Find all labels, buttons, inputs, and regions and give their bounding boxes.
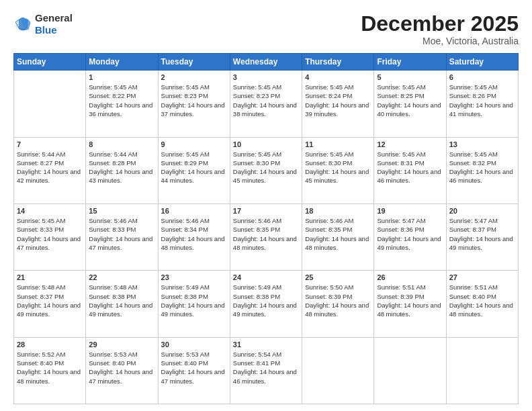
- day-number: 28: [17, 340, 83, 349]
- cell-sunset: Sunset: 8:26 PM: [449, 92, 496, 99]
- day-number: 13: [449, 140, 515, 148]
- calendar-cell: 8 Sunrise: 5:44 AM Sunset: 8:28 PM Dayli…: [86, 137, 158, 203]
- cell-sunset: Sunset: 8:23 PM: [233, 92, 280, 99]
- day-number: 18: [305, 207, 371, 215]
- cell-sunset: Sunset: 8:37 PM: [449, 226, 496, 233]
- cell-sunrise: Sunrise: 5:45 AM: [233, 150, 281, 158]
- cell-sunrise: Sunrise: 5:47 AM: [377, 217, 425, 224]
- cell-sunset: Sunset: 8:27 PM: [17, 159, 64, 167]
- day-number: 5: [377, 73, 443, 81]
- cell-sunrise: Sunrise: 5:45 AM: [377, 83, 425, 91]
- day-number: 7: [17, 140, 83, 148]
- calendar-week-row: 14 Sunrise: 5:45 AM Sunset: 8:33 PM Dayl…: [14, 203, 519, 270]
- cell-sunrise: Sunrise: 5:52 AM: [17, 351, 65, 358]
- cell-daylight: Daylight: 14 hours and 49 minutes.: [449, 235, 513, 251]
- cell-daylight: Daylight: 14 hours and 47 minutes.: [89, 235, 152, 251]
- cell-sunrise: Sunrise: 5:44 AM: [17, 150, 65, 158]
- cell-daylight: Daylight: 14 hours and 45 minutes.: [233, 168, 297, 184]
- cell-daylight: Daylight: 14 hours and 47 minutes.: [89, 368, 152, 384]
- cell-sunset: Sunset: 8:38 PM: [161, 293, 208, 300]
- cell-sunrise: Sunrise: 5:53 AM: [161, 351, 210, 358]
- cell-sunrise: Sunrise: 5:45 AM: [161, 150, 210, 158]
- logo-icon: [13, 15, 32, 34]
- cell-daylight: Daylight: 14 hours and 46 minutes.: [377, 168, 441, 184]
- day-number: 26: [377, 273, 443, 281]
- day-number: 17: [233, 207, 299, 215]
- cell-daylight: Daylight: 14 hours and 36 minutes.: [89, 101, 152, 118]
- calendar-day-header: Monday: [86, 54, 158, 71]
- day-number: 14: [17, 207, 83, 215]
- cell-sunrise: Sunrise: 5:45 AM: [305, 150, 353, 158]
- cell-sunrise: Sunrise: 5:46 AM: [89, 217, 137, 224]
- cell-sunset: Sunset: 8:39 PM: [305, 293, 352, 300]
- calendar-day-header: Wednesday: [230, 54, 302, 71]
- calendar-table: SundayMondayTuesdayWednesdayThursdayFrid…: [13, 53, 519, 404]
- cell-sunset: Sunset: 8:39 PM: [377, 293, 424, 300]
- calendar-cell: [14, 71, 86, 137]
- cell-sunrise: Sunrise: 5:49 AM: [233, 283, 281, 291]
- cell-daylight: Daylight: 14 hours and 48 minutes.: [449, 302, 513, 318]
- calendar-cell: 31 Sunrise: 5:54 AM Sunset: 8:41 PM Dayl…: [230, 337, 302, 404]
- cell-sunrise: Sunrise: 5:45 AM: [233, 83, 281, 91]
- cell-sunset: Sunset: 8:40 PM: [449, 293, 496, 300]
- calendar-cell: 28 Sunrise: 5:52 AM Sunset: 8:40 PM Dayl…: [14, 337, 86, 404]
- cell-daylight: Daylight: 14 hours and 49 minutes.: [17, 302, 81, 318]
- cell-sunset: Sunset: 8:35 PM: [233, 226, 280, 233]
- cell-sunrise: Sunrise: 5:47 AM: [449, 217, 498, 224]
- calendar-cell: 21 Sunrise: 5:48 AM Sunset: 8:37 PM Dayl…: [14, 271, 86, 337]
- cell-sunset: Sunset: 8:22 PM: [89, 92, 136, 99]
- calendar-day-header: Sunday: [14, 54, 86, 71]
- cell-sunrise: Sunrise: 5:53 AM: [89, 351, 137, 358]
- day-number: 29: [89, 340, 154, 349]
- cell-daylight: Daylight: 14 hours and 48 minutes.: [233, 235, 297, 251]
- day-number: 20: [449, 207, 515, 215]
- calendar-cell: 29 Sunrise: 5:53 AM Sunset: 8:40 PM Dayl…: [86, 337, 158, 404]
- cell-sunset: Sunset: 8:35 PM: [305, 226, 352, 233]
- day-number: 3: [233, 73, 299, 81]
- header: General Blue December 2025 Moe, Victoria…: [13, 12, 519, 46]
- calendar-cell: 16 Sunrise: 5:46 AM Sunset: 8:34 PM Dayl…: [158, 203, 230, 270]
- logo: General Blue: [13, 12, 73, 36]
- cell-sunset: Sunset: 8:30 PM: [233, 159, 280, 167]
- cell-daylight: Daylight: 14 hours and 48 minutes.: [377, 302, 441, 318]
- page: General Blue December 2025 Moe, Victoria…: [0, 0, 532, 411]
- logo-general: General: [35, 12, 73, 24]
- calendar-cell: 23 Sunrise: 5:49 AM Sunset: 8:38 PM Dayl…: [158, 271, 230, 337]
- cell-sunrise: Sunrise: 5:45 AM: [17, 217, 65, 224]
- calendar-cell: 12 Sunrise: 5:45 AM Sunset: 8:31 PM Dayl…: [374, 137, 446, 203]
- calendar-cell: 15 Sunrise: 5:46 AM Sunset: 8:33 PM Dayl…: [86, 203, 158, 270]
- cell-daylight: Daylight: 14 hours and 47 minutes.: [161, 368, 225, 384]
- cell-sunrise: Sunrise: 5:48 AM: [89, 283, 137, 291]
- cell-daylight: Daylight: 14 hours and 49 minutes.: [377, 235, 441, 251]
- cell-sunset: Sunset: 8:28 PM: [89, 159, 136, 167]
- cell-daylight: Daylight: 14 hours and 48 minutes.: [305, 302, 369, 318]
- cell-sunrise: Sunrise: 5:45 AM: [161, 83, 210, 91]
- cell-sunset: Sunset: 8:38 PM: [233, 293, 280, 300]
- cell-sunrise: Sunrise: 5:46 AM: [233, 217, 281, 224]
- calendar-cell: 18 Sunrise: 5:46 AM Sunset: 8:35 PM Dayl…: [302, 203, 374, 270]
- cell-daylight: Daylight: 14 hours and 49 minutes.: [161, 302, 225, 318]
- cell-sunrise: Sunrise: 5:44 AM: [89, 150, 137, 158]
- cell-sunset: Sunset: 8:33 PM: [17, 226, 64, 233]
- cell-sunset: Sunset: 8:23 PM: [161, 92, 208, 99]
- day-number: 21: [17, 273, 83, 281]
- calendar-cell: 19 Sunrise: 5:47 AM Sunset: 8:36 PM Dayl…: [374, 203, 446, 270]
- calendar-cell: 3 Sunrise: 5:45 AM Sunset: 8:23 PM Dayli…: [230, 71, 302, 137]
- cell-sunrise: Sunrise: 5:51 AM: [377, 283, 425, 291]
- cell-daylight: Daylight: 14 hours and 46 minutes.: [449, 168, 513, 184]
- cell-daylight: Daylight: 14 hours and 48 minutes.: [161, 235, 225, 251]
- cell-sunset: Sunset: 8:31 PM: [377, 159, 424, 167]
- day-number: 4: [305, 73, 371, 81]
- cell-daylight: Daylight: 14 hours and 42 minutes.: [17, 168, 81, 184]
- cell-daylight: Daylight: 14 hours and 39 minutes.: [305, 101, 369, 118]
- cell-daylight: Daylight: 14 hours and 40 minutes.: [377, 101, 441, 118]
- calendar-cell: [302, 337, 374, 404]
- cell-daylight: Daylight: 14 hours and 44 minutes.: [161, 168, 225, 184]
- calendar-day-header: Thursday: [302, 54, 374, 71]
- day-number: 23: [161, 273, 227, 281]
- calendar-cell: 13 Sunrise: 5:45 AM Sunset: 8:32 PM Dayl…: [446, 137, 518, 203]
- calendar-cell: 9 Sunrise: 5:45 AM Sunset: 8:29 PM Dayli…: [158, 137, 230, 203]
- cell-sunrise: Sunrise: 5:46 AM: [305, 217, 353, 224]
- calendar-header-row: SundayMondayTuesdayWednesdayThursdayFrid…: [14, 54, 519, 71]
- calendar-cell: 22 Sunrise: 5:48 AM Sunset: 8:38 PM Dayl…: [86, 271, 158, 337]
